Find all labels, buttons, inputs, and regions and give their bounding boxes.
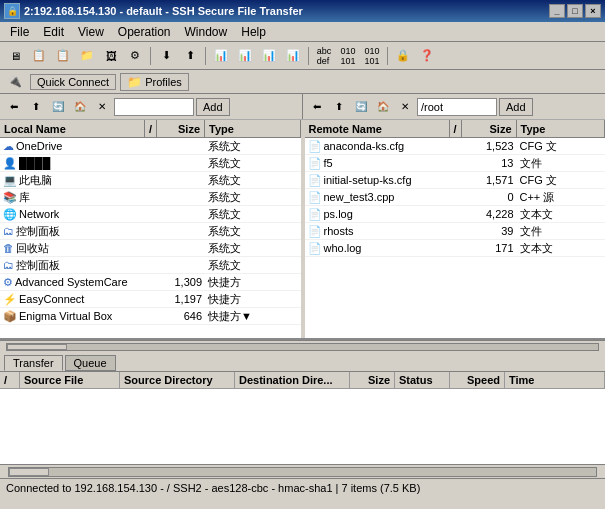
h-scrollbar-thumb[interactable] [7, 344, 67, 350]
title-text: 2:192.168.154.130 - default - SSH Secure… [24, 5, 549, 17]
list-item[interactable]: 🗑 回收站 系统文 [0, 240, 301, 257]
file-size: 171 [462, 242, 517, 254]
right-col-size[interactable]: Size [462, 120, 517, 137]
transfer-col-time[interactable]: Time [505, 372, 605, 388]
left-add-button[interactable]: Add [196, 98, 230, 116]
toolbar-btn-2[interactable]: 📋 [28, 45, 50, 67]
menu-operation[interactable]: Operation [112, 23, 177, 41]
left-nav-back[interactable]: ⬅ [4, 97, 24, 117]
right-add-button[interactable]: Add [499, 98, 533, 116]
list-item[interactable]: 🗂 控制面板 系统文 [0, 257, 301, 274]
toolbar-btn-10[interactable]: 📊 [234, 45, 256, 67]
right-nav-back[interactable]: ⬅ [307, 97, 327, 117]
toolbar-btn-16[interactable]: 🔒 [392, 45, 414, 67]
right-file-list: 📄 anaconda-ks.cfg 1,523 CFG 文 📄 f5 13 文件… [305, 138, 606, 338]
menu-edit[interactable]: Edit [37, 23, 70, 41]
file-name: who.log [324, 242, 362, 254]
menu-help[interactable]: Help [235, 23, 272, 41]
left-delete[interactable]: ✕ [92, 97, 112, 117]
list-item[interactable]: ⚡ EasyConnect 1,197 快捷方 [0, 291, 301, 308]
left-col-sep[interactable]: / [145, 120, 157, 137]
right-address-input[interactable] [417, 98, 497, 116]
transfer-col-source-file[interactable]: Source File [20, 372, 120, 388]
transfer-col-slash: / [0, 372, 20, 388]
file-type: CFG 文 [517, 139, 606, 154]
bottom-scrollbar-track[interactable] [8, 467, 597, 477]
transfer-col-size[interactable]: Size [350, 372, 395, 388]
toolbar-btn-15[interactable]: 010101 [361, 45, 383, 67]
menu-view[interactable]: View [72, 23, 110, 41]
profiles-button[interactable]: 📁 Profiles [120, 73, 189, 91]
left-refresh[interactable]: 🔄 [48, 97, 68, 117]
list-item[interactable]: 📄 anaconda-ks.cfg 1,523 CFG 文 [305, 138, 606, 155]
list-item[interactable]: 📦 Enigma Virtual Box 646 快捷方▼ [0, 308, 301, 325]
close-button[interactable]: × [585, 4, 601, 18]
file-name: 控制面板 [16, 258, 60, 273]
toolbar-btn-11[interactable]: 📊 [258, 45, 280, 67]
transfer-tabs: Transfer Queue [0, 352, 605, 372]
quick-connect-button[interactable]: Quick Connect [30, 74, 116, 90]
minimize-button[interactable]: _ [549, 4, 565, 18]
tab-transfer[interactable]: Transfer [4, 355, 63, 371]
bottom-h-scrollbar[interactable] [0, 464, 605, 478]
file-icon: 👤 [3, 157, 17, 170]
toolbar-btn-1[interactable]: 🖥 [4, 45, 26, 67]
right-col-name[interactable]: Remote Name [305, 120, 450, 137]
list-item[interactable]: 🌐 Network 系统文 [0, 206, 301, 223]
transfer-col-status[interactable]: Status [395, 372, 450, 388]
toolbar-btn-13[interactable]: abcdef [313, 45, 335, 67]
list-item[interactable]: 📄 f5 13 文件 [305, 155, 606, 172]
left-col-size[interactable]: Size [157, 120, 205, 137]
toolbar-btn-8[interactable]: ⬆ [179, 45, 201, 67]
toolbar-btn-14[interactable]: 010101 [337, 45, 359, 67]
left-address-input[interactable] [114, 98, 194, 116]
file-panels-container: Local Name / Size Type ☁ OneDrive 系统文 👤 [0, 120, 605, 340]
status-text: Connected to 192.168.154.130 - / SSH2 - … [6, 482, 420, 494]
file-size: 0 [462, 191, 517, 203]
tab-queue[interactable]: Queue [65, 355, 116, 371]
file-icon: 💻 [3, 174, 17, 187]
file-type: 文件 [517, 156, 606, 171]
transfer-col-source-dir[interactable]: Source Directory [120, 372, 235, 388]
right-refresh[interactable]: 🔄 [351, 97, 371, 117]
toolbar-btn-9[interactable]: 📊 [210, 45, 232, 67]
transfer-col-speed[interactable]: Speed [450, 372, 505, 388]
left-nav-up[interactable]: ⬆ [26, 97, 46, 117]
list-item[interactable]: 📄 who.log 171 文本文 [305, 240, 606, 257]
right-home[interactable]: 🏠 [373, 97, 393, 117]
left-home[interactable]: 🏠 [70, 97, 90, 117]
toolbar-btn-17[interactable]: ❓ [416, 45, 438, 67]
list-item[interactable]: ⚙ Advanced SystemCare 1,309 快捷方 [0, 274, 301, 291]
toolbar-btn-12[interactable]: 📊 [282, 45, 304, 67]
toolbar-btn-4[interactable]: 📁 [76, 45, 98, 67]
left-col-name[interactable]: Local Name [0, 120, 145, 137]
right-nav-up[interactable]: ⬆ [329, 97, 349, 117]
list-item[interactable]: 📄 ps.log 4,228 文本文 [305, 206, 606, 223]
h-scrollbar-track[interactable] [6, 343, 599, 351]
list-item[interactable]: 📚 库 系统文 [0, 189, 301, 206]
list-item[interactable]: 💻 此电脑 系统文 [0, 172, 301, 189]
file-size: 39 [462, 225, 517, 237]
menu-file[interactable]: File [4, 23, 35, 41]
left-col-type[interactable]: Type [205, 120, 301, 137]
list-item[interactable]: 📄 new_test3.cpp 0 C++ 源 [305, 189, 606, 206]
maximize-button[interactable]: □ [567, 4, 583, 18]
list-item[interactable]: 👤 ████ 系统文 [0, 155, 301, 172]
right-col-type[interactable]: Type [517, 120, 606, 137]
list-item[interactable]: 📄 rhosts 39 文件 [305, 223, 606, 240]
bottom-scrollbar-thumb[interactable] [9, 468, 49, 476]
list-item[interactable]: ☁ OneDrive 系统文 [0, 138, 301, 155]
toolbar-btn-6[interactable]: ⚙ [124, 45, 146, 67]
toolbar-btn-5[interactable]: 🖼 [100, 45, 122, 67]
list-item[interactable]: 🗂 控制面板 系统文 [0, 223, 301, 240]
quick-connect-label: Quick Connect [37, 76, 109, 88]
right-col-sep[interactable]: / [450, 120, 462, 137]
toolbar-btn-3[interactable]: 📋 [52, 45, 74, 67]
right-delete[interactable]: ✕ [395, 97, 415, 117]
toolbar-btn-7[interactable]: ⬇ [155, 45, 177, 67]
horizontal-scrollbar[interactable] [0, 340, 605, 352]
list-item[interactable]: 📄 initial-setup-ks.cfg 1,571 CFG 文 [305, 172, 606, 189]
file-type: 快捷方 [205, 292, 301, 307]
menu-window[interactable]: Window [179, 23, 234, 41]
transfer-col-dest-dir[interactable]: Destination Dire... [235, 372, 350, 388]
